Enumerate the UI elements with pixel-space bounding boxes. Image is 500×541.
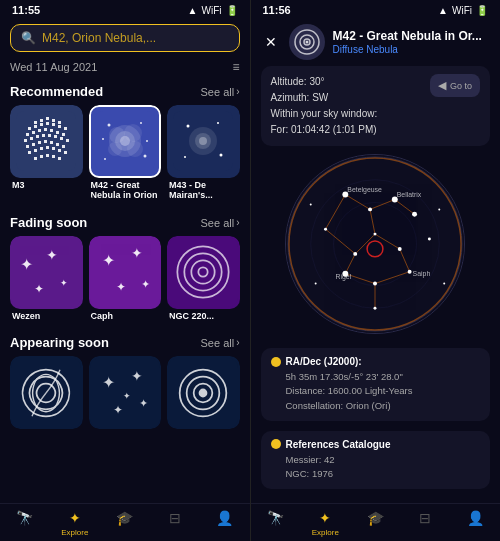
svg-rect-23 [42,134,45,137]
fading-title: Fading soon [10,215,87,230]
svg-point-130 [428,238,431,241]
chevron-icon: › [236,86,239,97]
svg-rect-30 [38,141,41,144]
messier: Messier: 42 [286,454,335,465]
goto-button[interactable]: ◀ Go to [430,74,480,97]
svg-text:✦: ✦ [60,278,68,288]
svg-rect-39 [52,147,55,150]
svg-rect-5 [58,121,61,124]
gallery-icon: ⊟ [169,510,181,526]
svg-rect-17 [50,129,53,132]
svg-rect-24 [48,134,51,137]
svg-text:✦: ✦ [35,282,45,295]
svg-rect-79 [168,237,238,307]
svg-rect-19 [62,133,65,136]
card-caph[interactable]: ✦ ✦ ✦ ✦ Caph [89,236,162,321]
svg-rect-18 [56,131,59,134]
appearing-see-all[interactable]: See all › [201,337,240,349]
telescope-icon: 🔭 [16,510,33,526]
svg-text:✦: ✦ [122,390,130,400]
card-m3[interactable]: M3 [10,105,83,201]
svg-point-56 [146,140,148,142]
svg-point-54 [104,158,106,160]
card-appear-1-img [10,356,83,429]
learn-icon: 🎓 [116,510,133,526]
filter-icon[interactable]: ≡ [232,60,239,74]
svg-rect-13 [26,133,29,136]
svg-point-55 [102,138,104,140]
svg-text:✦: ✦ [113,403,123,416]
right-nav-telescope[interactable]: 🔭 [257,510,293,537]
constellation: Constellation: Orion (Ori) [286,400,391,411]
svg-rect-46 [58,157,61,160]
svg-point-126 [408,270,412,274]
svg-point-127 [373,282,377,286]
svg-rect-14 [32,131,35,134]
card-appear-3[interactable] [167,356,240,429]
references-section: References Catalogue Messier: 42 NGC: 19… [261,431,491,490]
svg-rect-35 [28,151,31,154]
card-appear-2-img: ✦ ✦ ✦ ✦ ✦ [89,356,162,429]
svg-rect-32 [50,141,53,144]
left-panel: 11:55 ▲ WiFi 🔋 🔍 M42, Orion Nebula,... W… [0,0,250,541]
nav-telescope[interactable]: 🔭 [7,510,43,537]
svg-rect-29 [32,143,35,146]
object-icon [289,24,325,60]
chevron-icon-3: › [236,337,239,348]
right-profile-icon: 👤 [467,510,484,526]
right-nav-learn[interactable]: 🎓 [357,510,393,537]
svg-rect-16 [44,128,47,131]
nav-explore-label: Explore [61,528,88,537]
svg-text:Betelgeuse: Betelgeuse [348,186,383,194]
nav-learn[interactable]: 🎓 [107,510,143,537]
svg-point-52 [140,122,142,124]
right-nav-profile[interactable]: 👤 [457,510,493,537]
svg-point-123 [353,252,357,256]
svg-rect-8 [40,123,43,126]
card-m42-img [89,105,162,178]
svg-rect-12 [64,127,67,130]
right-learn-icon: 🎓 [367,510,384,526]
svg-rect-3 [46,117,49,120]
card-appear-1[interactable] [10,356,83,429]
right-explore-icon: ✦ [319,510,331,526]
svg-point-59 [108,142,122,156]
card-m43-img [167,105,240,178]
card-ngc-img [167,236,240,309]
right-nav-gallery[interactable]: ⊟ [407,510,443,537]
close-button[interactable]: ✕ [261,34,281,50]
right-telescope-icon: 🔭 [267,510,284,526]
svg-rect-37 [40,147,43,150]
svg-rect-74 [90,237,160,307]
ngc: NGC: 1976 [286,468,334,479]
nav-profile[interactable]: 👤 [207,510,243,537]
star-chart[interactable]: Betelgeuse Bellatrix Rigel Saiph [285,154,465,334]
svg-rect-25 [54,135,57,138]
references-header: References Catalogue [286,439,391,450]
svg-point-53 [143,155,146,158]
object-title-block: M42 - Great Nebula in Or... Diffuse Nebu… [333,29,491,54]
recommended-see-all[interactable]: See all › [201,86,240,98]
right-bottom-nav: 🔭 ✦ Explore 🎓 ⊟ 👤 [251,503,501,541]
svg-rect-38 [46,146,49,149]
svg-text:✦: ✦ [21,255,34,273]
search-bar[interactable]: 🔍 M42, Orion Nebula,... [10,24,240,52]
card-wezen[interactable]: ✦ ✦ ✦ ✦ Wezen [10,236,83,321]
right-status-bar: 11:56 ▲ WiFi 🔋 [251,0,501,20]
left-bottom-nav: 🔭 ✦ Explore 🎓 ⊟ 👤 [0,503,250,541]
card-m42[interactable]: M42 - GreatNebula in Orion [89,105,162,201]
appearing-header: Appearing soon See all › [0,331,250,356]
card-ngc[interactable]: NGC 220... [167,236,240,321]
svg-point-138 [412,212,417,217]
right-nav-explore[interactable]: ✦ Explore [307,510,343,537]
card-m43[interactable]: M43 - DeMairan's... [167,105,240,201]
left-time: 11:55 [12,4,40,16]
coordinates-header-row: RA/Dec (J2000): [271,356,481,367]
svg-rect-43 [40,155,43,158]
fading-see-all[interactable]: See all › [201,217,240,229]
object-header: ✕ M42 - Great Nebula in Or... Diffuse Ne… [251,20,501,66]
svg-rect-11 [58,125,61,128]
card-appear-2[interactable]: ✦ ✦ ✦ ✦ ✦ [89,356,162,429]
nav-gallery[interactable]: ⊟ [157,510,193,537]
nav-explore[interactable]: ✦ Explore [57,510,93,537]
